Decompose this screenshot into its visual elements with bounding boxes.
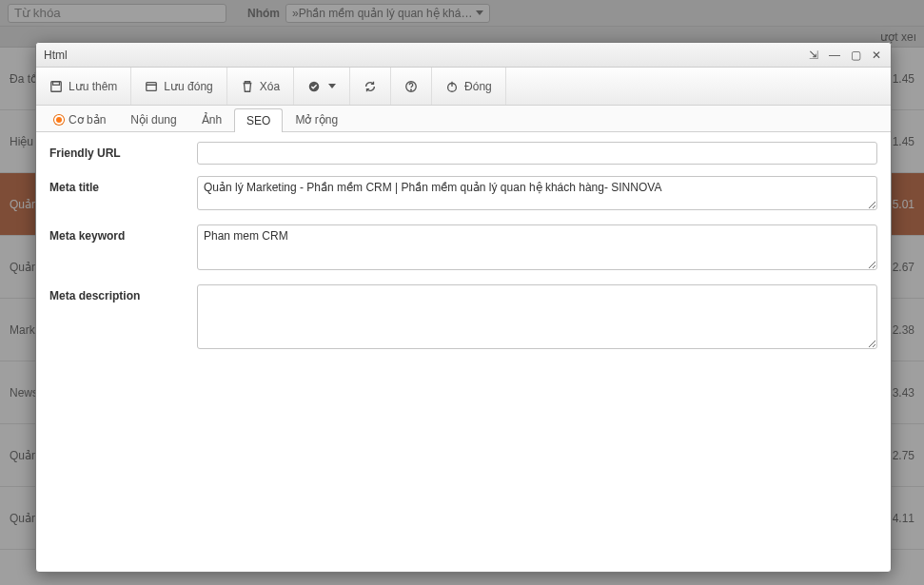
refresh-button[interactable]: [350, 68, 391, 105]
meta-title-label: Meta title: [49, 176, 197, 194]
meta-title-row: Meta title: [49, 176, 877, 213]
close-label: Đóng: [464, 80, 492, 93]
save-more-icon: [49, 80, 63, 93]
tab-image[interactable]: Ảnh: [189, 107, 234, 131]
svg-rect-1: [53, 81, 60, 85]
meta-keyword-label: Meta keyword: [49, 224, 197, 243]
check-circle-icon: [307, 80, 321, 93]
tab-extend-label: Mở rộng: [295, 113, 338, 127]
dialog-tabs: Cơ bản Nội dung Ảnh SEO Mở rộng: [36, 106, 891, 132]
html-dialog: Html ⇲ — ▢ ✕ Lưu thêm Lưu đóng Xóa: [35, 42, 892, 573]
approve-button[interactable]: [294, 68, 350, 105]
meta-title-input[interactable]: [197, 176, 877, 210]
tab-content-label: Nội dung: [130, 113, 176, 127]
help-icon: [404, 80, 418, 93]
trash-icon: [241, 80, 254, 93]
delete-button[interactable]: Xóa: [227, 68, 294, 105]
friendly-url-input[interactable]: [197, 142, 877, 165]
meta-description-row: Meta description: [49, 284, 877, 352]
dialog-toolbar: Lưu thêm Lưu đóng Xóa Đóng: [36, 68, 891, 106]
tab-image-label: Ảnh: [202, 113, 222, 127]
meta-keyword-row: Meta keyword: [49, 224, 877, 273]
maximize-icon[interactable]: ▢: [849, 49, 862, 62]
close-button[interactable]: Đóng: [432, 68, 506, 105]
pin-icon[interactable]: ⇲: [807, 49, 820, 62]
radio-icon: [54, 115, 64, 125]
refresh-icon: [364, 80, 377, 93]
minimize-icon[interactable]: —: [828, 49, 841, 62]
tab-extend[interactable]: Mở rộng: [283, 107, 350, 131]
tab-seo-label: SEO: [246, 114, 270, 127]
tab-content[interactable]: Nội dung: [118, 107, 188, 131]
help-button[interactable]: [391, 68, 432, 105]
close-icon[interactable]: ✕: [870, 49, 883, 62]
save-close-icon: [145, 80, 158, 93]
chevron-down-icon: [328, 84, 336, 88]
power-icon: [445, 80, 459, 93]
meta-description-label: Meta description: [49, 284, 197, 302]
save-more-label: Lưu thêm: [69, 80, 117, 93]
svg-rect-2: [147, 82, 157, 90]
svg-point-5: [411, 89, 412, 90]
dialog-title: Html: [44, 49, 68, 62]
dialog-titlebar[interactable]: Html ⇲ — ▢ ✕: [36, 43, 891, 68]
meta-keyword-input[interactable]: [197, 224, 877, 270]
save-close-button[interactable]: Lưu đóng: [131, 68, 226, 105]
meta-description-input[interactable]: [197, 284, 877, 349]
tab-seo[interactable]: SEO: [234, 108, 283, 132]
window-controls: ⇲ — ▢ ✕: [807, 49, 883, 62]
delete-label: Xóa: [260, 80, 280, 93]
tab-basic[interactable]: Cơ bản: [42, 107, 118, 131]
tab-basic-label: Cơ bản: [69, 113, 106, 127]
friendly-url-row: Friendly URL: [49, 142, 877, 165]
save-close-label: Lưu đóng: [164, 80, 212, 93]
save-more-button[interactable]: Lưu thêm: [36, 68, 131, 105]
friendly-url-label: Friendly URL: [49, 142, 197, 160]
seo-form: Friendly URL Meta title Meta keyword Met…: [36, 132, 891, 572]
